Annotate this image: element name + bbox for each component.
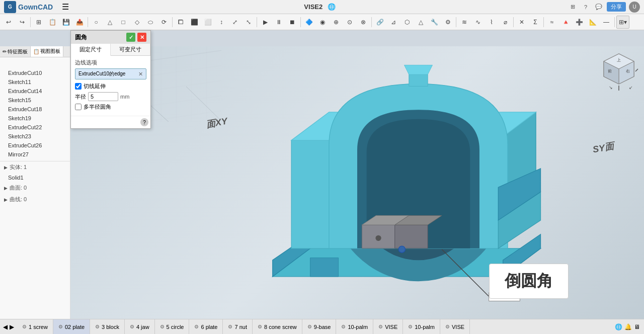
tb-btn-19[interactable]: ⏹ — [286, 16, 299, 29]
undo-button[interactable]: ↩ — [2, 16, 15, 29]
tb-btn-2[interactable]: 📋 — [46, 16, 59, 29]
status-item-10-palm[interactable]: ⚙ 10-palm — [336, 319, 373, 334]
help-icon[interactable]: ? — [581, 2, 591, 12]
dialog-cancel-button[interactable]: ✕ — [137, 33, 146, 42]
tb-btn-37[interactable]: ≈ — [545, 16, 558, 29]
tab-features[interactable]: ✏ 特征图板 — [0, 46, 31, 57]
edge-close-button[interactable]: ✕ — [138, 71, 143, 77]
status-item-8-cone-screw[interactable]: ⚙ 8 cone screw — [253, 319, 302, 334]
tree-item-Sketch11[interactable]: Sketch11 — [0, 77, 70, 87]
dialog-tab-fixed[interactable]: 固定尺寸 — [71, 44, 111, 56]
tb-btn-17[interactable]: ▶ — [259, 16, 272, 29]
main-view[interactable]: R 10.00 面XY SY面 倒圆角 上 右 前 ↙ — [70, 46, 644, 319]
tb-btn-23[interactable]: ⊙ — [343, 16, 356, 29]
tb-btn-13[interactable]: ⬜ — [201, 16, 214, 29]
tree-item-ExtrudeCut18[interactable]: ExtrudeCut18 — [0, 105, 70, 114]
tree-item-Sketch19[interactable]: Sketch19 — [0, 114, 70, 123]
half-r-input[interactable] — [88, 92, 118, 101]
info-icon[interactable]: ? — [140, 118, 148, 126]
tree-item-ExtrudeCut10[interactable]: ExtrudeCut10 — [0, 68, 70, 77]
tb-btn-38[interactable]: 🔺 — [559, 16, 572, 29]
status-item-5-circle[interactable]: ⚙ 5 circle — [155, 319, 190, 334]
tb-btn-36[interactable]: Σ — [529, 16, 542, 29]
monitor-icon[interactable]: 🖥 — [634, 323, 640, 330]
dialog-header-buttons: ✓ ✕ — [126, 33, 146, 42]
tb-btn-5[interactable]: ○ — [90, 16, 103, 29]
status-item-vise2[interactable]: ⚙ VISE — [440, 319, 470, 334]
model-icon-8: ⚙ — [258, 324, 262, 329]
dialog-tab-variable[interactable]: 可变尺寸 — [111, 44, 150, 55]
edge-select-box[interactable]: ExtrudeCut10的edge ✕ — [75, 68, 146, 79]
tb-btn-39[interactable]: ➕ — [573, 16, 586, 29]
tb-btn-29[interactable]: 🔧 — [428, 16, 441, 29]
tb-btn-15[interactable]: ⤢ — [228, 16, 242, 29]
share-button[interactable]: 分享 — [607, 2, 626, 12]
status-item-6-plate[interactable]: ⚙ 6 plate — [189, 319, 223, 334]
tb-btn-25[interactable]: 🔗 — [373, 16, 386, 29]
status-item-10-palm-2[interactable]: ⚙ 10-palm — [403, 319, 440, 334]
tb-btn-3[interactable]: 💾 — [59, 16, 72, 29]
tb-btn-18[interactable]: ⏸ — [272, 16, 285, 29]
tb-btn-27[interactable]: ⬡ — [400, 16, 414, 29]
checkbox-multi[interactable] — [75, 104, 82, 110]
tb-btn-41[interactable]: — — [600, 16, 613, 29]
tb-btn-34[interactable]: ⌀ — [499, 16, 512, 29]
tree-item-Solid1[interactable]: Solid1 — [0, 173, 70, 182]
tb-btn-30[interactable]: ⚙ — [441, 16, 454, 29]
tb-btn-20[interactable]: 🔷 — [302, 16, 315, 29]
tree-item-ExtrudeCut22[interactable]: ExtrudeCut22 — [0, 123, 70, 132]
status-item-3-block[interactable]: ⚙ 3 block — [90, 319, 125, 334]
tb-btn-7[interactable]: □ — [117, 16, 130, 29]
tb-btn-16[interactable]: ⤡ — [242, 16, 255, 29]
redo-button[interactable]: ↪ — [16, 16, 29, 29]
tree-item-Mirror27[interactable]: Mirror27 — [0, 150, 70, 159]
status-item-9-base[interactable]: ⚙ 9-base — [302, 319, 337, 334]
tb-btn-8[interactable]: ◇ — [130, 16, 143, 29]
tb-btn-42[interactable]: ⊞▾ — [616, 16, 629, 29]
status-item-4-jaw[interactable]: ⚙ 4 jaw — [125, 319, 155, 334]
prev-icon[interactable]: ◀ — [3, 323, 8, 330]
tb-btn-24[interactable]: ⊗ — [357, 16, 370, 29]
navigation-cube[interactable]: 上 右 前 ↙ ↘ — [599, 51, 639, 92]
tb-btn-35[interactable]: ✕ — [515, 16, 528, 29]
tb-btn-10[interactable]: ⟳ — [157, 16, 171, 29]
top-right-icons: ⊞ ? 💬 分享 U — [568, 2, 640, 13]
menu-icon[interactable]: ☰ — [59, 1, 72, 13]
tb-btn-12[interactable]: ⬛ — [188, 16, 201, 29]
tb-btn-26[interactable]: ⊿ — [387, 16, 400, 29]
grid-icon[interactable]: ⊞ — [568, 2, 578, 12]
tb-btn-33[interactable]: ⌇ — [485, 16, 498, 29]
status-item-1-screw[interactable]: ⚙ 1 screw — [17, 319, 53, 334]
tb-btn-21[interactable]: ◉ — [316, 16, 329, 29]
tb-btn-4[interactable]: 📤 — [73, 16, 86, 29]
tb-btn-14[interactable]: ↕ — [215, 16, 228, 29]
tree-section-curve[interactable]: ▶ 曲线: 0 — [0, 194, 70, 205]
tb-btn-6[interactable]: △ — [103, 16, 116, 29]
tree-item-Sketch23[interactable]: Sketch23 — [0, 132, 70, 141]
tree-item-Sketch15[interactable]: Sketch15 — [0, 96, 70, 105]
globe-status-icon[interactable]: 🌐 — [615, 323, 622, 330]
user-avatar[interactable]: U — [629, 2, 640, 13]
tb-btn-11[interactable]: ⧠ — [174, 16, 187, 29]
next-icon[interactable]: ▶ — [10, 323, 14, 330]
tb-btn-22[interactable]: ⊕ — [330, 16, 343, 29]
status-item-2-plate[interactable]: ⚙ 02 plate — [53, 319, 90, 334]
tree-section-solid[interactable]: ▶ 实体: 1 — [0, 161, 70, 173]
status-item-vise[interactable]: ⚙ VISE — [373, 319, 403, 334]
tree-section-surface[interactable]: ▶ 曲面: 0 — [0, 182, 70, 194]
tb-btn-9[interactable]: ⬭ — [144, 16, 157, 29]
tb-btn-32[interactable]: ∿ — [471, 16, 485, 29]
tree-item-ExtrudeCut26[interactable]: ExtrudeCut26 — [0, 141, 70, 150]
dialog-ok-button[interactable]: ✓ — [126, 33, 135, 42]
notification-icon[interactable]: 🔔 — [624, 323, 632, 330]
tb-btn-1[interactable]: ⊞ — [32, 16, 45, 29]
tb-btn-31[interactable]: ≋ — [458, 16, 471, 29]
tb-btn-28[interactable]: △ — [414, 16, 427, 29]
chat-icon[interactable]: 💬 — [594, 2, 604, 12]
status-item-7-nut[interactable]: ⚙ 7 nut — [223, 319, 252, 334]
checkbox-tangent[interactable] — [75, 83, 82, 90]
tree-item-ExtrudeCut14[interactable]: ExtrudeCut14 — [0, 87, 70, 96]
tb-btn-40[interactable]: 📐 — [586, 16, 599, 29]
tab-drawings[interactable]: 📋 视图图板 — [31, 46, 63, 57]
globe-icon[interactable]: 🌐 — [328, 3, 336, 11]
